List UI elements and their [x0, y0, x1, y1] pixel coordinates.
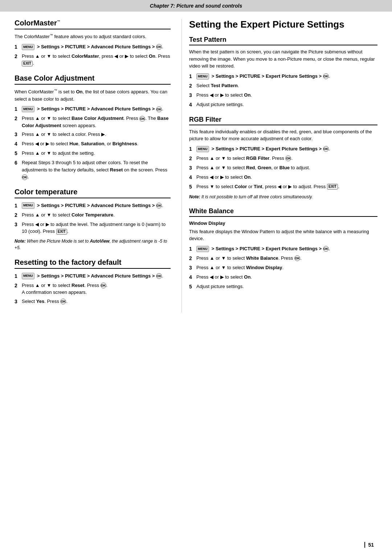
test-pattern-step-3: 3 Press ◀ or ▶ to select On. — [189, 92, 377, 99]
test-pattern-title: Test Pattern — [189, 36, 377, 45]
rgb-note: Note: It is not possible to turn off all… — [189, 194, 377, 200]
test-pattern-step-2: 2 Select Test Pattern. — [189, 82, 377, 90]
ok-icon: OK — [156, 273, 162, 279]
test-pattern-section: Test Pattern When the test pattern is on… — [189, 36, 377, 109]
base-color-section: Base Color Adjustment When ColorMaster™ … — [15, 74, 171, 181]
rgb-filter-steps: 1 MENU > Settings > PICTURE > Expert Pic… — [189, 145, 377, 191]
test-pattern-description: When the test pattern is on screen, you … — [189, 48, 377, 70]
base-color-step-5: 5 Press ▲ or ▼ to adjust the setting. — [15, 150, 171, 157]
page-number: 51 — [364, 542, 374, 548]
color-temperature-section: Color temperature 1 MENU > Settings > PI… — [15, 188, 171, 251]
rgb-step-2: 2 Press ▲ or ▼ to select RGB Filter. Pre… — [189, 155, 377, 162]
color-temperature-title: Color temperature — [15, 188, 171, 198]
ok-icon: OK — [139, 116, 145, 122]
colormaster-steps: 1 MENU > Settings > PICTURE > Advanced P… — [15, 43, 171, 67]
ok-icon: OK — [294, 255, 300, 261]
test-pattern-steps: 1 MENU > Settings > PICTURE > Expert Pic… — [189, 73, 377, 109]
base-color-title: Base Color Adjustment — [15, 74, 171, 85]
content-area: ColorMaster™ The ColorMaster™ feature al… — [0, 19, 392, 313]
base-color-steps: 1 MENU > Settings > PICTURE > Advanced P… — [15, 105, 171, 181]
ok-icon: OK — [323, 146, 329, 152]
color-temp-step-2: 2 Press ▲ or ▼ to select Color Temperatu… — [15, 211, 171, 219]
resetting-section: Resetting to the factory default 1 MENU … — [15, 258, 171, 305]
chapter-header: Chapter 7: Picture and sound controls — [0, 0, 392, 12]
base-color-step-2: 2 Press ▲ or ▼ to select Base Color Adju… — [15, 115, 171, 129]
rgb-step-1: 1 MENU > Settings > PICTURE > Expert Pic… — [189, 145, 377, 153]
menu-icon: MENU — [22, 106, 34, 113]
color-temp-step-3: 3 Press ◀ or ▶ to adjust the level. The … — [15, 221, 171, 235]
colormaster-title: ColorMaster™ — [15, 19, 171, 29]
chapter-header-text: Chapter 7: Picture and sound controls — [150, 3, 242, 9]
rgb-filter-description: This feature individually enables or dis… — [189, 128, 377, 142]
ok-icon: OK — [101, 283, 106, 288]
ok-icon: OK — [285, 155, 291, 161]
menu-icon: MENU — [196, 73, 209, 80]
wd-step-4: 4 Press ◀ or ▶ to select On. — [189, 274, 377, 281]
base-color-description: When ColorMaster™ is set to On, the list… — [15, 88, 171, 102]
menu-icon: MENU — [196, 146, 209, 153]
exit-btn: EXIT — [327, 184, 338, 190]
menu-icon: MENU — [22, 202, 34, 209]
wd-step-1: 1 MENU > Settings > PICTURE > Expert Pic… — [189, 245, 377, 253]
resetting-title: Resetting to the factory default — [15, 258, 171, 269]
menu-icon: MENU — [22, 273, 34, 279]
exit-btn: EXIT — [22, 61, 33, 66]
right-column: Setting the Expert Picture Settings Test… — [181, 19, 377, 313]
base-color-step-3: 3 Press ▲ or ▼ to select a color. Press … — [15, 131, 171, 138]
rgb-step-4: 4 Press ◀ or ▶ to select On. — [189, 174, 377, 181]
ok-icon: OK — [22, 174, 28, 180]
wd-step-5: 5 Adjust picture settings. — [189, 283, 377, 291]
wd-step-2: 2 Press ▲ or ▼ to select White Balance. … — [189, 255, 377, 262]
rgb-step-3: 3 Press ▲ or ▼ to select Red, Green, or … — [189, 164, 377, 172]
test-pattern-step-4: 4 Adjust picture settings. — [189, 101, 377, 109]
white-balance-title: White Balance — [189, 207, 377, 217]
main-title: Setting the Expert Picture Settings — [189, 19, 377, 30]
ok-icon: OK — [156, 203, 162, 208]
reset-step-3: 3 Select Yes. Press OK. — [15, 298, 171, 305]
color-temp-note: Note: When the Picture Mode is set to Au… — [15, 238, 171, 251]
ok-icon: OK — [156, 106, 162, 112]
base-color-step-1: 1 MENU > Settings > PICTURE > Advanced P… — [15, 105, 171, 113]
left-column: ColorMaster™ The ColorMaster™ feature al… — [15, 19, 181, 313]
test-pattern-step-1: 1 MENU > Settings > PICTURE > Expert Pic… — [189, 73, 377, 80]
window-display-steps: 1 MENU > Settings > PICTURE > Expert Pic… — [189, 245, 377, 291]
window-display-title: Window Display — [189, 220, 377, 226]
colormaster-description: The ColorMaster™ feature allows you to a… — [15, 33, 171, 40]
rgb-step-5: 5 Press ▼ to select Color or Tint, press… — [189, 183, 377, 191]
colormaster-step-2: 2 Press ▲ or ▼ to select ColorMaster, pr… — [15, 53, 171, 67]
exit-btn: EXIT — [56, 229, 67, 235]
ok-icon: OK — [156, 44, 162, 50]
reset-step-2: 2 Press ▲ or ▼ to select Reset. Press OK… — [15, 282, 171, 296]
menu-icon: MENU — [196, 246, 209, 252]
window-display-description: This feature displays the Window Pattern… — [189, 228, 377, 242]
base-color-step-6: 6 Repeat Steps 3 through 5 to adjust oth… — [15, 159, 171, 181]
menu-icon: MENU — [22, 44, 34, 50]
rgb-filter-title: RGB Filter — [189, 116, 377, 125]
resetting-steps: 1 MENU > Settings > PICTURE > Advanced P… — [15, 272, 171, 305]
ok-icon: OK — [323, 246, 329, 252]
page: Chapter 7: Picture and sound controls Co… — [0, 0, 392, 555]
color-temp-step-1: 1 MENU > Settings > PICTURE > Advanced P… — [15, 202, 171, 210]
base-color-step-4: 4 Press ◀ or ▶ to select Hue, Saturation… — [15, 140, 171, 148]
wd-step-3: 3 Press ▲ or ▼ to select Window Display. — [189, 264, 377, 272]
color-temperature-steps: 1 MENU > Settings > PICTURE > Advanced P… — [15, 202, 171, 235]
white-balance-section: White Balance Window Display This featur… — [189, 207, 377, 291]
ok-icon: OK — [323, 73, 329, 79]
colormaster-section: ColorMaster™ The ColorMaster™ feature al… — [15, 19, 171, 67]
rgb-filter-section: RGB Filter This feature individually ena… — [189, 116, 377, 200]
ok-icon: OK — [60, 299, 66, 304]
reset-step-1: 1 MENU > Settings > PICTURE > Advanced P… — [15, 272, 171, 280]
colormaster-step-1: 1 MENU > Settings > PICTURE > Advanced P… — [15, 43, 171, 51]
